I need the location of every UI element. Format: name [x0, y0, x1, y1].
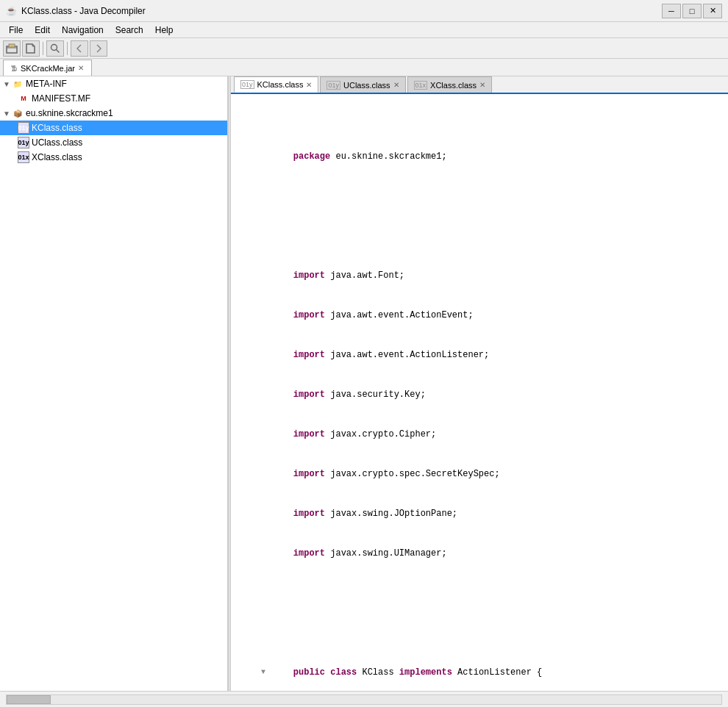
sidebar-label-package: eu.sknine.skcrackme1	[26, 108, 113, 118]
menu-edit[interactable]: Edit	[29, 22, 56, 38]
scrollbar-thumb[interactable]	[7, 695, 51, 704]
code-line-import8: import javax.swing.UIManager;	[231, 547, 728, 560]
menu-help[interactable]: Help	[149, 22, 179, 38]
open-jar-button[interactable]	[3, 40, 21, 57]
code-line-import2: import java.awt.event.ActionEvent;	[231, 309, 728, 322]
jar-tab-bar: 🗜 SKCrackMe.jar ✕	[0, 59, 728, 76]
tab-close-xclass[interactable]: ✕	[479, 81, 485, 89]
code-line-import4: import java.security.Key;	[231, 388, 728, 401]
tab-xclass[interactable]: 01x XClass.class ✕	[407, 76, 492, 93]
sidebar: ▼ 📁 META-INF M MANIFEST.MF ▼ 📦 eu.sknine…	[0, 76, 228, 691]
jar-tab[interactable]: 🗜 SKCrackMe.jar ✕	[3, 60, 92, 76]
search-button[interactable]	[46, 40, 64, 57]
svg-line-3	[57, 49, 60, 52]
title-bar: ☕ KClass.class - Java Decompiler ─ □ ✕	[0, 0, 728, 22]
editor-panel: 01y KClass.class ✕ 01y UClass.class ✕ 01…	[231, 76, 728, 691]
window-controls: ─ □ ✕	[662, 4, 722, 18]
tab-icon-uclass: 01y	[326, 81, 340, 90]
menu-bar: File Edit Navigation Search Help	[0, 22, 728, 38]
class-icon-u: 01y	[18, 137, 29, 148]
sidebar-label-manifest: MANIFEST.MF	[32, 93, 90, 104]
sidebar-item-package[interactable]: ▼ 📦 eu.sknine.skcrackme1	[0, 106, 227, 121]
code-line-import1: import java.awt.Font;	[231, 269, 728, 282]
horizontal-scrollbar[interactable]	[6, 695, 722, 705]
sidebar-label-meta-inf: META-INF	[26, 79, 67, 89]
forward-button[interactable]	[90, 40, 107, 57]
tab-uclass[interactable]: 01y UClass.class ✕	[320, 76, 405, 93]
expand-icon: ▼	[3, 80, 12, 88]
code-line-class-decl: ▼ public class KClass implements ActionL…	[231, 666, 728, 679]
sidebar-item-kclass[interactable]: 01y KClass.class	[0, 121, 227, 135]
code-line-package: package eu.sknine.skcrackme1;	[231, 150, 728, 163]
open-file-button[interactable]	[22, 40, 40, 57]
sidebar-item-xclass[interactable]: 01x XClass.class	[0, 150, 227, 165]
expand-icon: ▼	[3, 110, 12, 118]
app-icon: ☕	[6, 6, 17, 16]
sidebar-label-xclass: XClass.class	[32, 152, 82, 162]
code-content: package eu.sknine.skcrackme1; import jav…	[231, 94, 728, 691]
code-line-import5: import javax.crypto.Cipher;	[231, 428, 728, 441]
code-editor[interactable]: package eu.sknine.skcrackme1; import jav…	[231, 94, 728, 691]
svg-point-2	[51, 44, 57, 50]
toolbar-separator-1	[43, 42, 43, 55]
sidebar-item-manifest[interactable]: M MANIFEST.MF	[0, 91, 227, 106]
minimize-button[interactable]: ─	[662, 4, 681, 18]
svg-rect-1	[9, 44, 15, 47]
jar-tab-close[interactable]: ✕	[78, 64, 84, 72]
main-content: ▼ 📁 META-INF M MANIFEST.MF ▼ 📦 eu.sknine…	[0, 76, 728, 691]
toolbar	[0, 38, 728, 59]
code-line-blank1	[231, 203, 728, 216]
status-bar	[0, 691, 728, 707]
class-icon-k: 01y	[18, 122, 29, 134]
package-icon: 📦	[12, 107, 24, 119]
tab-label-xclass: XClass.class	[430, 81, 477, 90]
menu-file[interactable]: File	[3, 22, 29, 38]
code-line-import7: import javax.swing.JOptionPane;	[231, 507, 728, 520]
tab-icon-xclass: 01x	[414, 81, 428, 90]
menu-search[interactable]: Search	[110, 22, 149, 38]
tab-close-uclass[interactable]: ✕	[393, 81, 399, 89]
toolbar-separator-2	[67, 42, 68, 55]
maximize-button[interactable]: □	[682, 4, 702, 18]
menu-navigation[interactable]: Navigation	[56, 22, 110, 38]
tab-label-uclass: UClass.class	[343, 81, 390, 90]
tab-icon-kclass: 01y	[240, 80, 254, 89]
jar-tab-label: SKCrackMe.jar	[21, 64, 75, 73]
sidebar-label-uclass: UClass.class	[32, 137, 82, 148]
tab-kclass[interactable]: 01y KClass.class ✕	[234, 76, 318, 93]
sidebar-item-meta-inf[interactable]: ▼ 📁 META-INF	[0, 76, 227, 91]
sidebar-item-uclass[interactable]: 01y UClass.class	[0, 135, 227, 150]
code-line-import6: import javax.crypto.spec.SecretKeySpec;	[231, 467, 728, 481]
manifest-icon: M	[18, 93, 29, 104]
title-bar-text: KClass.class - Java Decompiler	[21, 6, 146, 16]
jar-icon: 🗜	[11, 65, 18, 72]
code-line-import3: import java.awt.event.ActionListener;	[231, 348, 728, 362]
class-icon-x: 01x	[18, 151, 29, 163]
tab-close-kclass[interactable]: ✕	[306, 81, 312, 89]
tab-label-kclass: KClass.class	[257, 80, 304, 89]
code-line-blank2	[231, 600, 728, 613]
file-tab-bar: 01y KClass.class ✕ 01y UClass.class ✕ 01…	[231, 76, 728, 94]
sidebar-label-kclass: KClass.class	[32, 123, 82, 133]
back-button[interactable]	[71, 40, 88, 57]
close-button[interactable]: ✕	[703, 4, 722, 18]
folder-icon: 📁	[12, 78, 24, 90]
